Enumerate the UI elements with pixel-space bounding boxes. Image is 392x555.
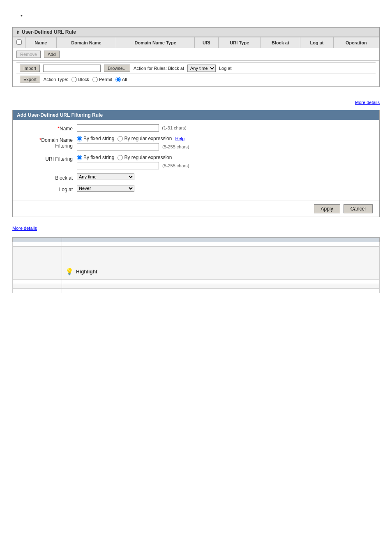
uri-radio-group: By fixed string By regular expression	[77, 155, 373, 160]
log-at-row: Log at Never	[19, 185, 373, 192]
log-at-label: Log at	[19, 185, 73, 192]
collapse-icon: ⇑	[16, 30, 19, 35]
export-row: Export Action Type: Block Permit All	[16, 74, 376, 85]
all-radio-label[interactable]: All	[115, 77, 127, 82]
row1-col2	[62, 242, 380, 247]
domain-input[interactable]	[77, 143, 159, 150]
domain-regex-label[interactable]: By regular expression	[118, 136, 172, 141]
select-all-checkbox[interactable]	[16, 39, 22, 45]
table-row	[13, 284, 380, 289]
domain-content: By fixed string By regular expression He…	[77, 136, 373, 150]
highlight-label: Highlight	[76, 269, 97, 275]
block-at-select[interactable]: Any time	[187, 65, 216, 72]
domain-name-row: *Domain NameFiltering By fixed string By…	[19, 136, 373, 150]
uri-content: By fixed string By regular expression (5…	[77, 155, 373, 169]
col-uri: URI	[194, 37, 218, 48]
permit-radio[interactable]	[92, 77, 98, 82]
domain-fixed-label[interactable]: By fixed string	[77, 136, 114, 141]
table-row	[13, 242, 380, 247]
col-checkbox	[13, 37, 25, 48]
uri-input[interactable]	[77, 162, 159, 169]
log-at-content: Never	[77, 185, 373, 192]
url-rule-section: ⇑ User-Defined URL Rule Name Domain Name…	[12, 27, 380, 87]
import-row: Import Browse... Action for Rules: Block…	[16, 62, 376, 74]
name-content: (1-31 chars)	[77, 124, 373, 132]
row1-col1	[13, 242, 62, 247]
row5-col2	[62, 289, 380, 293]
uri-fixed-label[interactable]: By fixed string	[77, 155, 114, 160]
add-rule-body: *Name (1-31 chars) *Domain NameFiltering…	[13, 120, 379, 201]
block-at-select[interactable]: Any time	[77, 173, 134, 180]
form-actions: Apply Cancel	[13, 201, 379, 217]
bottom-section: 💡 Highlight	[12, 237, 380, 293]
col-name: Name	[25, 37, 57, 48]
cancel-button[interactable]: Cancel	[344, 204, 373, 213]
url-rule-title: User-Defined URL Rule	[22, 29, 76, 35]
block-radio-label[interactable]: Block	[71, 77, 89, 82]
log-at-select[interactable]: Never	[77, 185, 134, 192]
bullet-symbol: •	[21, 12, 23, 19]
apply-button[interactable]: Apply	[314, 204, 340, 213]
col-uri-type: URI Type	[218, 37, 261, 48]
bottom-more-link-container: More details	[12, 225, 380, 233]
add-rule-title: Add User-Defined URL Filtering Rule	[17, 112, 103, 118]
uri-hint: (5-255 chars)	[162, 163, 189, 168]
row2-col1	[13, 247, 62, 280]
add-rule-header: Add User-Defined URL Filtering Rule	[13, 110, 379, 120]
domain-help-link[interactable]: Help	[175, 136, 184, 141]
table-row	[13, 280, 380, 284]
top-more-details-link[interactable]: More details	[355, 100, 380, 105]
domain-hint: (5-255 chars)	[162, 144, 189, 149]
import-path-input[interactable]	[43, 65, 101, 72]
browse-button[interactable]: Browse...	[104, 65, 130, 72]
block-at-row: Block at Any time	[19, 173, 373, 181]
block-at-label: Block at	[19, 173, 73, 181]
bottom-col2-header	[62, 238, 380, 242]
row4-col1	[13, 284, 62, 289]
uri-fixed-radio[interactable]	[77, 155, 82, 160]
uri-regex-radio[interactable]	[118, 155, 123, 160]
export-button[interactable]: Export	[20, 76, 40, 83]
table-row	[13, 289, 380, 293]
table-row: 💡 Highlight	[13, 247, 380, 280]
row3-col1	[13, 280, 62, 284]
name-row: *Name (1-31 chars)	[19, 124, 373, 132]
col-domain-name: Domain Name	[56, 37, 116, 48]
col-domain-type: Domain Name Type	[116, 37, 195, 48]
uri-regex-label[interactable]: By regular expression	[118, 155, 172, 160]
import-button[interactable]: Import	[20, 65, 40, 72]
bullet-point: •	[21, 12, 380, 19]
action-type-label: Action Type:	[44, 77, 68, 82]
domain-radio-group: By fixed string By regular expression He…	[77, 136, 373, 141]
row2-col2: 💡 Highlight	[62, 247, 380, 280]
bottom-col1-header	[13, 238, 62, 242]
domain-fixed-radio[interactable]	[77, 136, 82, 141]
row4-col2	[62, 284, 380, 289]
url-rule-header: ⇑ User-Defined URL Rule	[13, 28, 379, 37]
name-hint: (1-31 chars)	[162, 125, 186, 130]
all-radio[interactable]	[115, 77, 121, 82]
col-log-at: Log at	[300, 37, 334, 48]
block-radio[interactable]	[71, 77, 77, 82]
bottom-table: 💡 Highlight	[12, 237, 380, 293]
uri-row: URI Filtering By fixed string By regular…	[19, 155, 373, 169]
name-input[interactable]	[77, 124, 159, 132]
highlight-box: 💡 Highlight	[65, 268, 376, 275]
row3-col2	[62, 280, 380, 284]
permit-radio-label[interactable]: Permit	[92, 77, 112, 82]
top-right-link-container: More details	[12, 99, 380, 107]
highlight-icon: 💡	[65, 268, 74, 275]
domain-regex-radio[interactable]	[118, 136, 123, 141]
add-button[interactable]: Add	[44, 51, 60, 58]
block-at-content: Any time	[77, 173, 373, 180]
col-operation: Operation	[333, 37, 379, 48]
action-for-rules-label: Action for Rules: Block at	[134, 66, 184, 71]
log-at-label: Log at	[219, 66, 232, 71]
col-block-at: Block at	[261, 37, 300, 48]
url-rule-table: Name Domain Name Domain Name Type URI UR…	[13, 37, 379, 87]
uri-label: URI Filtering	[19, 155, 73, 162]
remove-button[interactable]: Remove	[16, 51, 41, 58]
row5-col1	[13, 289, 62, 293]
bottom-more-details-link[interactable]: More details	[12, 226, 37, 231]
domain-name-label: *Domain NameFiltering	[19, 136, 73, 149]
